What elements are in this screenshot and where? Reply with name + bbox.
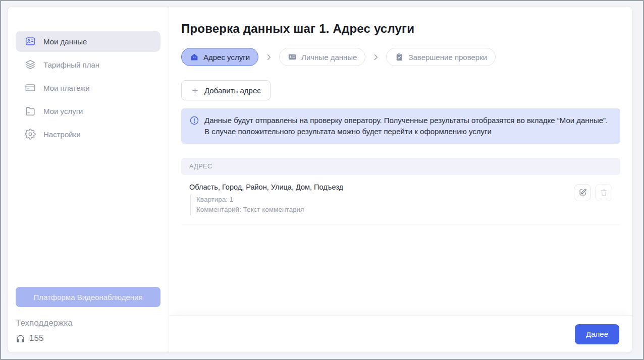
address-column-header: АДРЕС	[189, 163, 212, 170]
app-window: Мои данные Тарифный план	[7, 6, 633, 353]
sidebar-item-label: Настройки	[43, 130, 81, 139]
chevron-right-icon	[371, 53, 380, 62]
sidebar: Мои данные Тарифный план	[8, 7, 169, 352]
plus-icon	[191, 86, 199, 95]
add-address-button[interactable]: Добавить адрес	[181, 80, 271, 100]
edit-icon	[578, 188, 587, 197]
stepper: Адрес услуги	[181, 48, 620, 66]
address-comment: Комментарий: Текст комментария	[196, 205, 343, 215]
address-apartment: Квартира: 1	[196, 195, 343, 205]
sidebar-item-label: Мои услуги	[43, 107, 83, 115]
gear-icon	[25, 129, 36, 140]
credit-card-icon	[25, 82, 36, 93]
step-label: Адрес услуги	[203, 53, 250, 62]
info-banner-text: Данные будут отправлены на проверку опер…	[204, 115, 612, 137]
address-row: Область, Город, Район, Улица, Дом, Подъе…	[181, 175, 620, 225]
sidebar-item-my-payments[interactable]: Мои платежи	[16, 77, 160, 98]
step-label: Личные данные	[301, 53, 357, 62]
sidebar-item-my-services[interactable]: Мои услуги	[16, 100, 160, 122]
add-address-label: Добавить адрес	[204, 86, 261, 95]
platform-video-button[interactable]: Платформа Видеонаблюдения	[16, 287, 160, 307]
address-text: Область, Город, Район, Улица, Дом, Подъе…	[189, 183, 343, 191]
address-row-actions	[574, 184, 612, 201]
sidebar-item-my-data[interactable]: Мои данные	[16, 31, 160, 52]
step-address-service[interactable]: Адрес услуги	[181, 48, 258, 66]
support-phone: 155	[29, 333, 43, 343]
trash-icon	[600, 188, 608, 197]
sidebar-item-label: Мои данные	[43, 37, 87, 46]
sidebar-item-tariff-plan[interactable]: Тарифный план	[16, 54, 160, 75]
layers-icon	[25, 59, 36, 70]
delete-address-button[interactable]	[595, 184, 612, 201]
main-area: Проверка данных шаг 1. Адрес услуги Адре…	[169, 7, 632, 352]
folder-icon	[25, 105, 36, 116]
headphones-icon	[16, 334, 25, 343]
step-verification-complete[interactable]: Завершение проверки	[386, 48, 496, 66]
info-banner: Данные будут отправлены на проверку опер…	[181, 108, 620, 144]
next-button[interactable]: Далее	[575, 324, 619, 344]
house-icon	[190, 52, 199, 62]
page-title: Проверка данных шаг 1. Адрес услуги	[181, 22, 620, 36]
sidebar-item-settings[interactable]: Настройки	[16, 124, 160, 145]
id-badge-icon	[25, 36, 36, 47]
address-info: Область, Город, Район, Улица, Дом, Подъе…	[189, 183, 343, 215]
step-label: Завершение проверки	[408, 53, 487, 62]
step-personal-data[interactable]: Личные данные	[279, 48, 365, 66]
main-content: Проверка данных шаг 1. Адрес услуги Адре…	[169, 7, 632, 315]
footer-bar: Далее	[169, 315, 632, 352]
id-card-icon	[288, 52, 297, 62]
support-phone-row: 155	[16, 333, 160, 343]
address-table-header: АДРЕС	[181, 158, 620, 175]
sidebar-item-label: Мои платежи	[43, 84, 90, 92]
support-label: Техподдержка	[16, 318, 160, 328]
sidebar-item-label: Тарифный план	[43, 61, 99, 69]
info-icon	[189, 115, 199, 126]
chevron-right-icon	[264, 53, 273, 62]
sidebar-bottom: Платформа Видеонаблюдения Техподдержка 1…	[8, 287, 169, 352]
sidebar-nav: Мои данные Тарифный план	[8, 7, 169, 147]
edit-address-button[interactable]	[574, 184, 591, 201]
address-details: Квартира: 1 Комментарий: Текст комментар…	[190, 195, 343, 215]
clipboard-check-icon	[395, 52, 404, 62]
